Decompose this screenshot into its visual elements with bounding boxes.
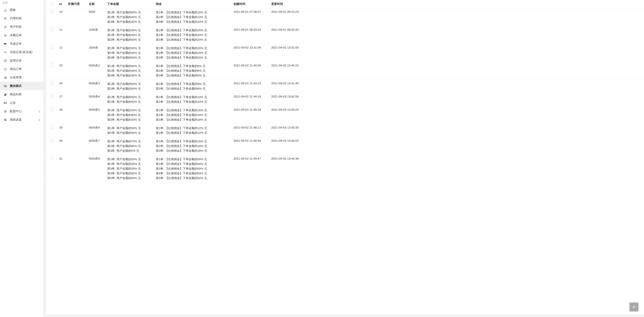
cell-id: 31 xyxy=(57,155,66,182)
cell-commission: 第1单: 【比例佣金】下单金额的10% 元第2单: 【比例佣金】下单金额的10%… xyxy=(154,93,232,106)
cell-agent xyxy=(66,80,87,93)
cell-amount: 第1单: 用户金额的50% 元第2单: 用户金额的50% 元 xyxy=(105,124,154,137)
table-row[interactable]: 105000第1单: 用户金额的60% 元第2单: 用户金额的40% 元第3单:… xyxy=(46,8,644,26)
row-checkbox[interactable] xyxy=(50,10,53,13)
header-amount[interactable]: 下单金额 xyxy=(105,0,154,8)
cell-agent xyxy=(66,137,87,155)
sidebar-item-2[interactable]: 用户列表 xyxy=(0,22,44,31)
svg-marker-17 xyxy=(4,68,6,70)
header-commission[interactable]: 佣金 xyxy=(154,0,232,8)
svg-line-7 xyxy=(4,19,4,19)
cell-id: 10 xyxy=(57,8,66,26)
cell-amount: 第1单: 用户金额的50% 元第2单: 用户金额的50% 元 xyxy=(105,80,154,93)
cell-updated: 2021-09-03 13:44:38 xyxy=(269,155,644,182)
sidebar-item-5[interactable]: 充值记录(未完成) xyxy=(0,48,44,56)
content-area: Id 所属代理 名称 下单金额 佣金 创建时间 更新时间 105000第1单: … xyxy=(46,0,644,315)
svg-point-32 xyxy=(5,120,5,121)
svg-point-0 xyxy=(5,18,6,19)
rect-icon xyxy=(4,50,7,54)
cell-id: 27 xyxy=(57,93,66,106)
sidebar-item-label: 充值记录(未完成) xyxy=(10,50,40,54)
header-id[interactable]: Id xyxy=(57,0,66,8)
cell-agent xyxy=(66,62,87,80)
select-all-checkbox[interactable] xyxy=(50,2,53,5)
cell-commission: 第1单: 【比例佣金】下单金额的50% 元第2单: 【比例佣金】下单金额的50%… xyxy=(154,155,232,182)
row-checkbox[interactable] xyxy=(50,28,53,31)
sidebar-item-0[interactable]: 面板 xyxy=(0,6,44,14)
check-icon xyxy=(4,59,7,62)
table-row[interactable]: 111000杀第1单: 用户金额的30% 元第2单: 用户金额的40% 元第3单… xyxy=(46,26,644,44)
header-updated[interactable]: 更新时间 xyxy=(269,0,644,8)
header-checkbox-cell xyxy=(46,0,57,8)
svg-point-26 xyxy=(5,111,6,112)
cell-agent xyxy=(66,26,87,44)
cell-updated: 2021-09-01 09:23:23 xyxy=(269,8,644,26)
sidebar-item-label: 充值记录 xyxy=(10,42,40,46)
cell-amount: 第1单: 用户金额的20% 元第2单: 用户金额的80% 元第3单: 用户金额的… xyxy=(105,106,154,124)
sidebar-item-11[interactable]: Bē公告 xyxy=(0,99,44,107)
table-row[interactable]: 305000杀7第1单: 用户金额的70% 元第2单: 用户金额的65% 元第3… xyxy=(46,137,644,155)
cell-created: 2021-09-02 21:43:13 xyxy=(232,80,269,93)
sidebar-item-9[interactable]: 叠加模式 xyxy=(0,82,44,90)
cell-created: 2021-09-02 21:49:47 xyxy=(232,155,269,182)
table-row[interactable]: 121000杀第1单: 用户金额的30% 元第2单: 用户金额的40% 元第3单… xyxy=(46,44,644,62)
row-checkbox[interactable] xyxy=(50,95,53,98)
scroll-top-button[interactable] xyxy=(630,303,638,312)
table-row[interactable]: 265000杀3第1单: 用户金额的50% 元第2单: 用户金额的50% 元第1… xyxy=(46,80,644,93)
row-checkbox[interactable] xyxy=(50,139,53,142)
header-name[interactable]: 名称 xyxy=(87,0,105,8)
cell-name: 5000杀3 xyxy=(87,80,105,93)
row-checkbox[interactable] xyxy=(50,64,53,67)
table-row[interactable]: 295000杀6第1单: 用户金额的50% 元第2单: 用户金额的50% 元第1… xyxy=(46,124,644,137)
sidebar-item-label: 系统设置 xyxy=(10,118,36,122)
row-checkbox[interactable] xyxy=(50,126,53,129)
row-checkbox[interactable] xyxy=(50,108,53,111)
cell-amount: 第1单: 用户金额的60% 元第2单: 用户金额的40% 元第3单: 用户金额的… xyxy=(105,8,154,26)
cell-created: 2021-09-01 08:43:20 xyxy=(232,26,269,44)
cell-id: 26 xyxy=(57,80,66,93)
sidebar-header: 菜单 xyxy=(0,0,44,6)
cell-updated: 2021-09-03 13:44:02 xyxy=(269,137,644,155)
row-checkbox[interactable] xyxy=(50,46,53,49)
cell-commission: 第1单: 【比例佣金】下单金额的16% 元第2单: 【比例佣金】下单金额的16%… xyxy=(154,137,232,155)
gear-icon xyxy=(4,110,7,113)
cell-updated: 2021-09-03 13:41:45 xyxy=(269,80,644,93)
sidebar-item-8[interactable]: 分组管理 xyxy=(0,73,44,82)
sidebar-item-4[interactable]: 充值记录 xyxy=(0,39,44,48)
cell-id: 12 xyxy=(57,44,66,62)
sidebar-item-6[interactable]: 提现记录 xyxy=(0,56,44,65)
sidebar-item-12[interactable]: 配置中心❮ xyxy=(0,107,44,116)
cell-id: 25 xyxy=(57,62,66,80)
table-row[interactable]: 255000杀2第1单: 用户金额的60% 元第2单: 用户金额的40% 元第3… xyxy=(46,62,644,80)
table-row[interactable]: 285000杀5第1单: 用户金额的20% 元第2单: 用户金额的80% 元第3… xyxy=(46,106,644,124)
sidebar-item-1[interactable]: 代理列表 xyxy=(0,14,44,22)
sidebar-item-10[interactable]: 商品列表 xyxy=(0,90,44,99)
sidebar-item-label: 余额记录 xyxy=(10,33,40,37)
sidebar-item-label: 商品列表 xyxy=(10,93,40,96)
row-checkbox[interactable] xyxy=(50,81,53,85)
sidebar-item-3[interactable]: 余额记录 xyxy=(0,31,44,39)
table-row[interactable]: 275000杀4第1单: 用户金额的50% 元第2单: 用户金额的50% 元第1… xyxy=(46,93,644,106)
header-agent[interactable]: 所属代理 xyxy=(66,0,87,8)
svg-rect-23 xyxy=(5,94,6,95)
sidebar-item-label: 商品订单 xyxy=(10,67,40,71)
cell-updated: 2021-09-03 13:45:22 xyxy=(269,62,644,80)
row-checkbox[interactable] xyxy=(50,157,53,160)
svg-rect-13 xyxy=(4,43,6,44)
cell-id: 29 xyxy=(57,124,66,137)
cell-commission: 第1单: 【比例佣金】下单金额的6% 元第2单: 【比例佣金】下单金额的6% 元… xyxy=(154,62,232,80)
cell-amount: 第1单: 用户金额的60% 元第2单: 用户金额的40% 元第3单: 用户金额的… xyxy=(105,62,154,80)
sidebar-item-7[interactable]: 商品订单 xyxy=(0,65,44,73)
cell-created: 2021-09-02 21:46:11 xyxy=(232,124,269,137)
bar-icon xyxy=(4,93,7,96)
svg-point-9 xyxy=(5,26,6,27)
table-row[interactable]: 315000杀8第1单: 用户金额的50% 元第2单: 用户金额的45% 元第3… xyxy=(46,155,644,182)
cell-name: 1000杀 xyxy=(87,44,105,62)
cell-name: 5000杀8 xyxy=(87,155,105,182)
header-created[interactable]: 创建时间 xyxy=(232,0,269,8)
chevron-left-icon: ❮ xyxy=(38,118,40,121)
cell-created: 2021-09-01 07:36:07 xyxy=(232,8,269,26)
sidebar-item-13[interactable]: 系统设置❮ xyxy=(0,116,44,124)
sun-icon xyxy=(4,17,7,20)
cell-commission: 第1单: 【比例佣金】下单金额的12% 元第2单: 【比例佣金】下单金额的12%… xyxy=(154,124,232,137)
